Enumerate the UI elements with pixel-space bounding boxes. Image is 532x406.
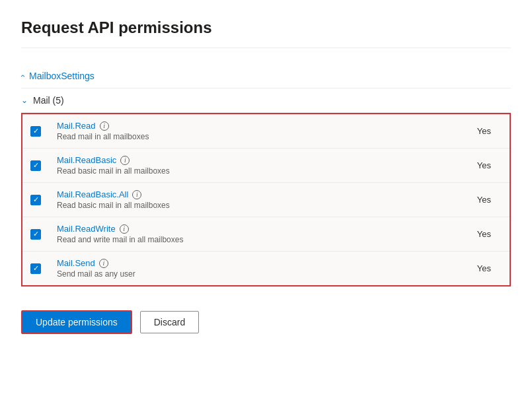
mailbox-settings-label: MailboxSettings [29,71,95,81]
mail-section-header[interactable]: ⌄ Mail (5) [21,88,511,113]
permission-name: Mail.ReadBasic [57,155,116,165]
mail-send-info: Mail.Send i Send mail as any user [52,258,449,279]
checkmark-icon: ✓ [33,230,39,238]
mailbox-settings-section-header[interactable]: › MailboxSettings [21,64,511,88]
info-icon[interactable]: i [99,259,108,268]
info-icon[interactable]: i [120,156,130,165]
table-row: ✓ Mail.Read i Read mail in all mailboxes… [22,114,510,149]
permission-description: Send mail as any user [57,269,443,279]
admin-consent-value: Yes [449,195,502,205]
table-row: ✓ Mail.ReadBasic i Read basic mail in al… [22,149,510,183]
mail-readbasic-all-info: Mail.ReadBasic.All i Read basic mail in … [52,189,449,210]
permission-name: Mail.ReadWrite [57,224,116,234]
permission-description: Read and write mail in all mailboxes [57,235,443,244]
admin-consent-value: Yes [449,263,502,273]
mail-chevron-icon: ⌄ [21,96,28,105]
update-permissions-button[interactable]: Update permissions [21,310,132,334]
info-icon[interactable]: i [120,224,129,234]
mail-readwrite-checkbox[interactable]: ✓ [30,229,41,240]
discard-button[interactable]: Discard [140,311,199,333]
mailbox-settings-chevron-icon: › [18,75,27,77]
footer-actions: Update permissions Discard [21,305,511,334]
permission-description: Read basic mail in all mailboxes [57,166,443,176]
mail-read-info: Mail.Read i Read mail in all mailboxes [52,121,449,141]
checkmark-icon: ✓ [33,162,39,169]
permission-name: Mail.Send [57,258,95,268]
admin-consent-value: Yes [449,160,502,170]
table-row: ✓ Mail.ReadWrite i Read and write mail i… [22,217,510,252]
admin-consent-value: Yes [449,126,502,136]
permissions-list: ✓ Mail.Read i Read mail in all mailboxes… [21,113,511,287]
mail-send-checkbox[interactable]: ✓ [30,263,41,274]
permission-description: Read mail in all mailboxes [57,132,443,141]
admin-consent-value: Yes [449,229,502,239]
mail-section-label: Mail (5) [33,95,64,106]
permission-name: Mail.Read [57,121,96,131]
checkmark-icon: ✓ [33,265,39,272]
mail-readbasic-info: Mail.ReadBasic i Read basic mail in all … [52,155,449,176]
checkmark-icon: ✓ [33,127,39,135]
permission-description: Read basic mail in all mailboxes [57,201,443,210]
checkmark-icon: ✓ [33,196,39,203]
mail-read-checkbox[interactable]: ✓ [30,126,41,137]
info-icon[interactable]: i [132,190,141,199]
mail-readbasic-all-checkbox[interactable]: ✓ [30,195,41,205]
table-row: ✓ Mail.Send i Send mail as any user Yes [22,252,510,285]
permission-name: Mail.ReadBasic.All [57,189,128,199]
mail-readbasic-checkbox[interactable]: ✓ [30,160,41,171]
page-title: Request API permissions [21,18,511,48]
mail-readwrite-info: Mail.ReadWrite i Read and write mail in … [52,224,449,244]
info-icon[interactable]: i [100,121,109,131]
table-row: ✓ Mail.ReadBasic.All i Read basic mail i… [22,183,510,217]
